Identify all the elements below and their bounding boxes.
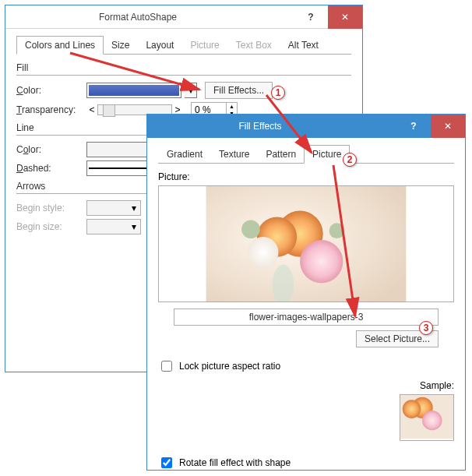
help-button[interactable]: ? <box>396 115 431 138</box>
fill-effects-dialog: Fill Effects ? ✕ Gradient Texture Patter… <box>146 114 466 471</box>
lock-aspect-checkbox[interactable] <box>161 361 172 372</box>
callout-3: 3 <box>419 321 433 335</box>
tab-alttext[interactable]: Alt Text <box>280 36 327 54</box>
tab-picture: Picture <box>181 36 227 54</box>
begin-style-select: ▾ <box>86 200 141 216</box>
flower-image <box>159 186 453 301</box>
tabs: Gradient Texture Pattern Picture <box>158 144 454 164</box>
fill-color-dropdown[interactable]: ▾ <box>185 83 197 98</box>
lock-aspect-label: Lock picture aspect ratio <box>179 361 280 372</box>
label-picture: Picture: <box>158 171 454 182</box>
svg-point-5 <box>248 237 278 267</box>
svg-point-11 <box>403 400 421 418</box>
label-transparency: Transparency: <box>16 104 86 115</box>
label-line-color: Color: <box>16 144 86 155</box>
close-button[interactable]: ✕ <box>431 115 465 138</box>
picture-name: flower-images-wallpapers-3 <box>174 309 439 326</box>
titlebar[interactable]: Fill Effects ? ✕ <box>147 115 465 138</box>
tab-gradient[interactable]: Gradient <box>158 145 211 163</box>
tab-texture[interactable]: Texture <box>210 145 258 163</box>
close-button[interactable]: ✕ <box>328 5 362 29</box>
label-begin-size: Begin size: <box>16 221 86 232</box>
slider-left-icon[interactable]: < <box>86 104 97 115</box>
dialog-title: Format AutoShape <box>13 12 294 23</box>
label-begin-style: Begin style: <box>16 203 86 213</box>
dialog-title: Fill Effects <box>155 121 396 132</box>
tab-pattern[interactable]: Pattern <box>257 145 305 163</box>
help-button[interactable]: ? <box>294 5 328 29</box>
picture-preview <box>158 185 454 302</box>
callout-2: 2 <box>343 153 357 167</box>
tab-size[interactable]: Size <box>103 36 138 54</box>
rotate-fill-label: Rotate fill effect with shape <box>179 457 291 468</box>
svg-point-8 <box>329 223 345 238</box>
sample-label: Sample: <box>400 380 454 391</box>
sample-preview <box>400 394 454 441</box>
callout-1: 1 <box>271 86 285 100</box>
titlebar[interactable]: Format AutoShape ? ✕ <box>5 5 362 29</box>
tab-textbox: Text Box <box>227 36 280 54</box>
begin-size-select: ▾ <box>86 219 141 234</box>
rotate-fill-checkbox[interactable] <box>161 457 172 468</box>
spin-up-icon[interactable]: ▲ <box>226 103 237 110</box>
tab-layout[interactable]: Layout <box>137 36 182 54</box>
section-fill: Fill <box>16 62 351 76</box>
tab-colors-lines[interactable]: Colors and Lines <box>16 36 104 55</box>
svg-point-6 <box>300 240 343 283</box>
fill-effects-button[interactable]: Fill Effects... <box>205 82 273 99</box>
tabs: Colors and Lines Size Layout Picture Tex… <box>16 35 351 55</box>
fill-color-picker[interactable] <box>86 83 181 98</box>
label-color: Color: <box>16 85 86 96</box>
label-dashed: Dashed: <box>16 163 86 174</box>
svg-point-12 <box>422 411 442 430</box>
svg-point-7 <box>241 220 260 238</box>
